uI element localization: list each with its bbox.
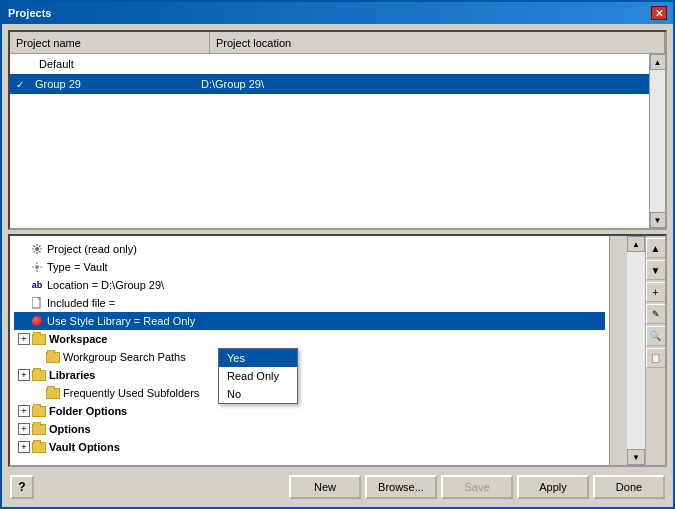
tree-scroll-track[interactable]: [627, 252, 645, 449]
tree-edit-button[interactable]: ✎: [646, 304, 666, 324]
tree-item-workgroup[interactable]: Workgroup Search Paths: [14, 348, 605, 366]
expand-workspace[interactable]: +: [18, 333, 30, 345]
tree-label: Use Style Library = Read Only: [47, 315, 195, 327]
tree-up-button[interactable]: ▲: [646, 238, 666, 258]
expand-libraries[interactable]: +: [18, 369, 30, 381]
file-icon: [30, 296, 44, 310]
folder-icon: [32, 422, 46, 436]
tree-item-options[interactable]: + Options: [14, 420, 605, 438]
tree-scroll-down[interactable]: ▼: [627, 449, 645, 465]
tree-info-button[interactable]: 📋: [646, 348, 666, 368]
row-location-group29: D:\Group 29\: [195, 76, 649, 92]
expand-options[interactable]: +: [18, 423, 30, 435]
folder-icon: [32, 368, 46, 382]
checkmark: ✓: [16, 79, 31, 90]
tree-label: Workgroup Search Paths: [63, 351, 186, 363]
tree-area: Project (read only) Type = Vault ab Loca…: [10, 236, 609, 465]
folder-icon: [46, 386, 60, 400]
expand-folder-options[interactable]: +: [18, 405, 30, 417]
gear-small-icon: [30, 260, 44, 274]
tree-item-folder-options[interactable]: + Folder Options: [14, 402, 605, 420]
tree-item-style-library[interactable]: Use Style Library = Read Only: [14, 312, 605, 330]
tree-label: Folder Options: [49, 405, 127, 417]
table-row[interactable]: Default: [10, 54, 649, 74]
tree-add-button[interactable]: +: [646, 282, 666, 302]
tree-item-included-file[interactable]: Included file =: [14, 294, 605, 312]
footer-left: ?: [10, 475, 34, 499]
tree-zoom-button[interactable]: 🔍: [646, 326, 666, 346]
tree-label: Options: [49, 423, 91, 435]
folder-icon: [46, 350, 60, 364]
apply-button[interactable]: Apply: [517, 475, 589, 499]
tree-item-type[interactable]: Type = Vault: [14, 258, 605, 276]
col-header-location: Project location: [210, 32, 665, 53]
scroll-down-arrow[interactable]: ▼: [650, 212, 666, 228]
tree-item-libraries[interactable]: + Libraries: [14, 366, 605, 384]
tree-label: Project (read only): [47, 243, 137, 255]
table-header: Project name Project location: [10, 32, 665, 54]
tree-down-button[interactable]: ▼: [646, 260, 666, 280]
tree-item-subfolders[interactable]: Frequently Used Subfolders: [14, 384, 605, 402]
help-button[interactable]: ?: [10, 475, 34, 499]
ab-icon: ab: [30, 278, 44, 292]
tree-label: Included file =: [47, 297, 115, 309]
gear-icon: [30, 242, 44, 256]
table-row[interactable]: ✓ Group 29 D:\Group 29\: [10, 74, 649, 94]
tree-item-vault-options[interactable]: + Vault Options: [14, 438, 605, 456]
folder-icon: [32, 332, 46, 346]
row-name-default: Default: [35, 58, 74, 70]
projects-table: Project name Project location Default ✓: [8, 30, 667, 230]
footer-buttons: New Browse... Save Apply Done: [289, 475, 665, 499]
table-body: Default ✓ Group 29 D:\Group 29\ ▲: [10, 54, 665, 228]
svg-point-1: [35, 265, 39, 269]
tree-panel: Project (read only) Type = Vault ab Loca…: [8, 234, 667, 467]
tree-label: Workspace: [49, 333, 108, 345]
tree-label: Location = D:\Group 29\: [47, 279, 164, 291]
expand-vault-options[interactable]: +: [18, 441, 30, 453]
ball-icon: [30, 314, 44, 328]
title-bar: Projects ✕: [2, 2, 673, 24]
svg-point-0: [35, 247, 39, 251]
tree-item-workspace[interactable]: + Workspace: [14, 330, 605, 348]
folder-icon: [32, 440, 46, 454]
save-button[interactable]: Save: [441, 475, 513, 499]
tree-label: Frequently Used Subfolders: [63, 387, 199, 399]
context-menu: Yes Read Only No: [218, 348, 298, 404]
window-title: Projects: [8, 7, 51, 19]
new-button[interactable]: New: [289, 475, 361, 499]
scroll-track[interactable]: [650, 70, 665, 212]
context-menu-yes[interactable]: Yes: [219, 349, 297, 367]
tree-label: Type = Vault: [47, 261, 108, 273]
done-button[interactable]: Done: [593, 475, 665, 499]
tree-item-project[interactable]: Project (read only): [14, 240, 605, 258]
tree-scroll-up[interactable]: ▲: [627, 236, 645, 252]
table-scrollbar[interactable]: ▲ ▼: [649, 54, 665, 228]
row-name-group29: Group 29: [35, 78, 81, 90]
scroll-up-arrow[interactable]: ▲: [650, 54, 666, 70]
footer: ? New Browse... Save Apply Done: [8, 471, 667, 501]
tree-label: Libraries: [49, 369, 95, 381]
context-menu-readonly[interactable]: Read Only: [219, 367, 297, 385]
browse-button[interactable]: Browse...: [365, 475, 437, 499]
col-header-name: Project name: [10, 32, 210, 53]
context-menu-no[interactable]: No: [219, 385, 297, 403]
window-body: Project name Project location Default ✓: [2, 24, 673, 507]
tree-item-location[interactable]: ab Location = D:\Group 29\: [14, 276, 605, 294]
row-location-default: [195, 62, 649, 66]
projects-window: Projects ✕ Project name Project location…: [0, 0, 675, 509]
close-button[interactable]: ✕: [651, 6, 667, 20]
folder-icon: [32, 404, 46, 418]
tree-label: Vault Options: [49, 441, 120, 453]
